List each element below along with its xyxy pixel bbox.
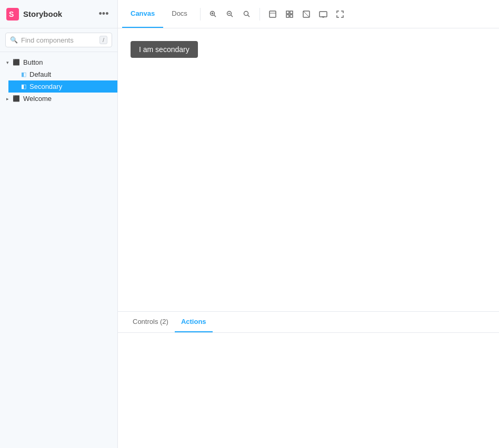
view-grid-button[interactable] (281, 6, 298, 23)
svg-rect-11 (270, 11, 276, 17)
logo-container: S Storybook (6, 8, 96, 21)
sidebar-header: S Storybook ••• (0, 0, 117, 28)
component-icon-welcome: ⬛ (13, 95, 20, 102)
tree-item-label-secondary: Secondary (29, 83, 62, 90)
logo-text: Storybook (23, 9, 62, 18)
main-toolbar: Canvas Docs (118, 0, 499, 28)
search-box[interactable]: 🔍 Find components / (5, 33, 112, 47)
bottom-content-area (118, 333, 499, 448)
tab-actions[interactable]: Actions (175, 312, 213, 332)
tree-item-welcome[interactable]: ⬛ Welcome (0, 93, 117, 105)
fullscreen-button[interactable] (332, 6, 348, 23)
canvas-content: I am secondary (118, 28, 499, 70)
expand-arrow-welcome (4, 96, 11, 102)
viewport-icon (319, 10, 327, 18)
viewport-button[interactable] (315, 6, 332, 23)
zoom-out-button[interactable] (222, 6, 238, 23)
view-component-button[interactable] (264, 6, 281, 23)
view-component-icon (268, 10, 277, 18)
sidebar: S Storybook ••• 🔍 Find components / ⬛ (0, 0, 118, 448)
tree-item-label-welcome: Welcome (23, 95, 52, 103)
tab-canvas[interactable]: Canvas (122, 0, 163, 28)
canvas-area: I am secondary (118, 28, 499, 311)
story-icon-secondary: ◧ (21, 83, 26, 90)
component-tree: ⬛ Button ◧ Default ◧ Secondary (0, 52, 117, 448)
toolbar-divider-1 (200, 8, 201, 21)
tree-item-button[interactable]: ⬛ Button (0, 56, 117, 68)
bottom-tabs: Controls (2) Actions (118, 312, 499, 333)
search-shortcut-badge: / (99, 36, 107, 44)
tab-controls[interactable]: Controls (2) (126, 312, 175, 332)
svg-line-10 (247, 15, 249, 17)
svg-rect-16 (290, 15, 293, 17)
zoom-reset-icon (243, 10, 251, 18)
tab-docs[interactable]: Docs (163, 0, 196, 28)
tree-item-label-default: Default (29, 70, 51, 78)
story-icon-default: ◧ (21, 71, 26, 78)
search-icon: 🔍 (10, 36, 18, 44)
zoom-out-icon (226, 10, 234, 18)
tree-group-button: ⬛ Button ◧ Default ◧ Secondary (0, 56, 117, 93)
storybook-logo-icon: S (6, 8, 19, 21)
main-content: Canvas Docs (118, 0, 499, 448)
tree-item-secondary[interactable]: ◧ Secondary (8, 80, 117, 93)
tree-children-button: ◧ Default ◧ Secondary (0, 68, 117, 93)
tree-item-label-button: Button (23, 58, 43, 66)
component-icon-button: ⬛ (13, 59, 20, 66)
svg-line-3 (214, 15, 216, 17)
view-grid-icon (285, 10, 294, 18)
zoom-in-icon (209, 10, 217, 18)
bottom-panel: Controls (2) Actions (118, 311, 499, 448)
svg-rect-14 (290, 11, 293, 14)
zoom-in-button[interactable] (205, 6, 222, 23)
background-icon (302, 10, 311, 18)
fullscreen-icon (336, 10, 344, 18)
background-button[interactable] (298, 6, 315, 23)
search-container: 🔍 Find components / (0, 28, 117, 52)
svg-point-9 (244, 11, 248, 15)
svg-line-7 (231, 15, 233, 17)
sidebar-menu-button[interactable]: ••• (96, 7, 111, 22)
svg-rect-15 (286, 15, 289, 17)
svg-text:S: S (9, 10, 14, 18)
demo-secondary-button[interactable]: I am secondary (131, 41, 198, 58)
svg-rect-13 (286, 11, 289, 14)
svg-rect-18 (320, 12, 327, 17)
tree-group-welcome: ⬛ Welcome (0, 93, 117, 105)
toolbar-divider-2 (260, 8, 260, 21)
zoom-reset-button[interactable] (238, 6, 255, 23)
expand-arrow-button (4, 59, 11, 66)
app-container: S Storybook ••• 🔍 Find components / ⬛ (0, 0, 499, 448)
tree-item-default[interactable]: ◧ Default (8, 68, 117, 80)
search-placeholder-text: Find components (21, 36, 96, 44)
